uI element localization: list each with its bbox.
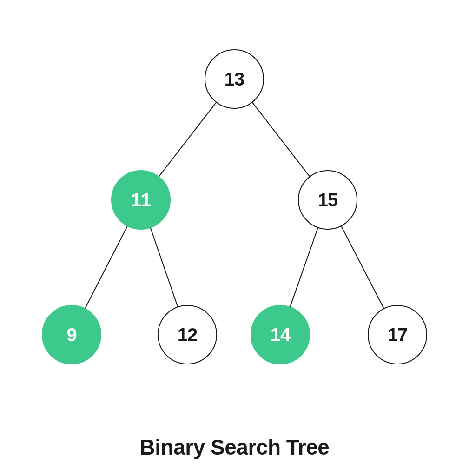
tree-node-label-root: 13	[225, 69, 244, 90]
diagram-container: Binary Search Tree 1311159121417	[0, 0, 469, 476]
tree-node-label-r: 15	[318, 190, 338, 211]
tree-edge	[151, 228, 178, 307]
tree-node-label-lr: 12	[178, 324, 198, 345]
tree-node-label-ll: 9	[66, 324, 76, 345]
tree-node-label-rr: 17	[388, 324, 408, 345]
tree-edge	[85, 226, 127, 309]
tree-node-label-rl: 14	[271, 324, 291, 345]
tree-edge	[252, 102, 310, 177]
tree-node-label-l: 11	[131, 190, 151, 211]
tree-edge	[159, 102, 217, 177]
tree-edge	[341, 226, 384, 309]
diagram-caption: Binary Search Tree	[140, 435, 330, 460]
tree-edge	[290, 227, 318, 307]
